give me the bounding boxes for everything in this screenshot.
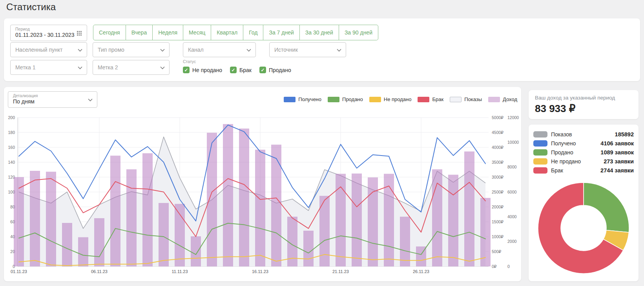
- svg-text:5000₽: 5000₽: [492, 115, 504, 120]
- svg-text:1000₽: 1000₽: [492, 234, 504, 239]
- summary-row-notsold: Не продано 273 заявки: [533, 157, 634, 166]
- range-90days-button[interactable]: За 90 дней: [339, 25, 378, 40]
- range-today-button[interactable]: Сегодня: [93, 25, 126, 40]
- page-title: Статистика: [6, 2, 56, 13]
- svg-text:12000: 12000: [507, 115, 519, 120]
- svg-text:4000: 4000: [507, 214, 517, 219]
- checkbox-checked-icon: ✓: [230, 67, 237, 73]
- svg-text:16.11.23: 16.11.23: [252, 269, 268, 274]
- summary-row-impressions: Показов 185892: [533, 130, 634, 139]
- chart-panel: Детализация По дням Получено Продано Не …: [4, 87, 521, 281]
- calendar-icon[interactable]: [77, 30, 83, 38]
- checkbox-checked-icon: ✓: [183, 67, 190, 73]
- summary-row-label: Получено: [551, 140, 600, 147]
- received-color-chip: [533, 140, 547, 147]
- settlement-placeholder: Населенный пункт: [15, 47, 62, 53]
- svg-text:4000₽: 4000₽: [492, 145, 504, 150]
- svg-text:4500₽: 4500₽: [492, 130, 504, 135]
- chevron-down-icon: [246, 49, 251, 52]
- svg-text:180: 180: [8, 130, 15, 135]
- svg-text:2000: 2000: [507, 239, 517, 244]
- income-value: 83 933 ₽: [535, 103, 575, 115]
- period-value: 01.11.2023 - 30.11.2023: [15, 32, 75, 38]
- svg-text:21.11.23: 21.11.23: [332, 269, 349, 274]
- label2-placeholder: Метка 2: [98, 64, 118, 71]
- status-option-label: Продано: [269, 67, 291, 73]
- chevron-down-icon: [337, 49, 341, 52]
- summary-row-sold: Продано 1089 заявок: [533, 148, 634, 157]
- svg-text:0₽: 0₽: [492, 264, 497, 269]
- range-year-button[interactable]: Год: [243, 25, 263, 40]
- status-checkbox-notsold[interactable]: ✓ Не продано: [183, 67, 222, 73]
- svg-text:500₽: 500₽: [492, 249, 502, 254]
- svg-text:160: 160: [8, 145, 15, 150]
- impressions-color-chip: [533, 131, 547, 138]
- svg-text:06.11.23: 06.11.23: [91, 269, 108, 274]
- source-placeholder: Источник: [274, 47, 298, 53]
- svg-text:6000: 6000: [507, 190, 517, 194]
- summary-row-label: Продано: [551, 149, 600, 156]
- status-option-label: Не продано: [192, 67, 222, 73]
- notsold-color-chip: [533, 158, 547, 165]
- label2-select[interactable]: Метка 2: [93, 60, 170, 75]
- svg-text:10000: 10000: [507, 140, 519, 145]
- summary-row-label: Показов: [551, 131, 615, 138]
- range-30days-button[interactable]: За 30 дней: [300, 25, 339, 40]
- status-checkbox-rejected[interactable]: ✓ Брак: [230, 67, 252, 73]
- filters-panel: Период 01.11.2023 - 30.11.2023 Сегодня В…: [4, 18, 640, 81]
- chevron-down-icon: [78, 66, 82, 69]
- status-filter: Статус ✓ Не продано ✓ Брак ✓ Продано: [183, 59, 291, 73]
- summary-row-value: 1089 заявок: [600, 149, 634, 156]
- summary-row-value: 4106 заявок: [600, 140, 634, 147]
- svg-text:01.11.23: 01.11.23: [11, 269, 27, 274]
- period-label: Период: [15, 27, 30, 31]
- svg-text:1500₽: 1500₽: [492, 219, 504, 224]
- promo-type-select[interactable]: Тип промо: [93, 42, 170, 57]
- income-panel: Ваш доход за указанный период 83 933 ₽: [529, 90, 639, 119]
- range-7days-button[interactable]: За 7 дней: [263, 25, 299, 40]
- svg-text:0: 0: [507, 264, 510, 269]
- svg-text:2500₽: 2500₽: [492, 190, 504, 194]
- svg-text:26.11.23: 26.11.23: [413, 269, 429, 274]
- summary-rows: Показов 185892 Получено 4106 заявок Прод…: [533, 130, 634, 175]
- settlement-select[interactable]: Населенный пункт: [10, 42, 87, 57]
- sold-color-chip: [533, 149, 547, 156]
- svg-text:200: 200: [8, 115, 15, 120]
- range-yesterday-button[interactable]: Вчера: [126, 25, 153, 40]
- chevron-down-icon: [78, 49, 82, 52]
- quick-range-group: Сегодня Вчера Неделя Месяц Квартал Год З…: [93, 25, 378, 40]
- source-select[interactable]: Источник: [269, 42, 346, 57]
- combo-chart[interactable]: 0204060801001201401601802000₽500₽1000₽15…: [4, 87, 521, 281]
- promo-type-placeholder: Тип промо: [98, 47, 124, 53]
- summary-row-received: Получено 4106 заявок: [533, 139, 634, 148]
- range-week-button[interactable]: Неделя: [153, 25, 183, 40]
- svg-text:11.11.23: 11.11.23: [171, 269, 188, 274]
- svg-text:3000₽: 3000₽: [492, 175, 504, 179]
- status-option-label: Брак: [239, 67, 252, 73]
- channel-placeholder: Канал: [188, 47, 204, 53]
- range-quarter-button[interactable]: Квартал: [211, 25, 243, 40]
- label1-select[interactable]: Метка 1: [10, 60, 87, 75]
- channel-select[interactable]: Канал: [183, 42, 256, 57]
- range-month-button[interactable]: Месяц: [183, 25, 211, 40]
- summary-panel: Показов 185892 Получено 4106 заявок Прод…: [529, 125, 639, 281]
- chevron-down-icon: [160, 49, 165, 52]
- svg-text:2000₽: 2000₽: [492, 205, 504, 209]
- summary-row-label: Не продано: [551, 158, 604, 165]
- income-label: Ваш доход за указанный период: [535, 95, 615, 101]
- svg-text:8000: 8000: [507, 165, 517, 169]
- checkbox-checked-icon: ✓: [259, 67, 266, 73]
- period-field[interactable]: Период 01.11.2023 - 30.11.2023: [10, 25, 87, 41]
- svg-text:140: 140: [8, 160, 15, 165]
- status-checkbox-sold[interactable]: ✓ Продано: [259, 67, 291, 73]
- chevron-down-icon: [160, 66, 165, 69]
- summary-row-value: 273 заявки: [604, 158, 634, 165]
- label1-placeholder: Метка 1: [15, 64, 35, 71]
- status-label: Статус: [183, 59, 291, 64]
- status-donut-chart[interactable]: [529, 171, 639, 281]
- svg-text:3500₽: 3500₽: [492, 160, 504, 165]
- summary-row-value: 185892: [615, 131, 634, 138]
